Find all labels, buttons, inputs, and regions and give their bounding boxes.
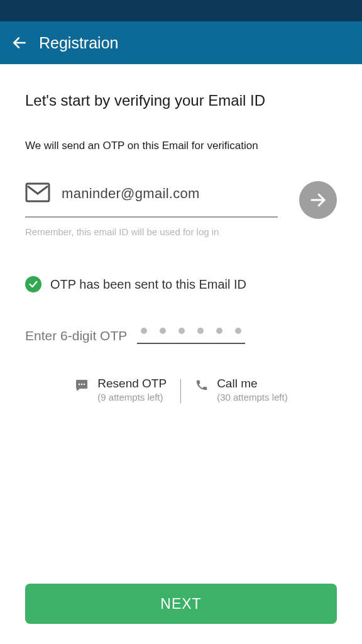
otp-row: Enter 6-digit OTP — [25, 328, 337, 344]
call-title: Call me — [217, 377, 288, 391]
otp-label: Enter 6-digit OTP — [25, 328, 127, 343]
subheading: We will send an OTP on this Email for ve… — [25, 140, 337, 152]
phone-icon — [195, 378, 209, 402]
email-input[interactable]: maninder@gmail.com — [25, 182, 278, 218]
header-bar: Registraion — [0, 21, 362, 64]
svg-point-4 — [81, 384, 83, 386]
resend-otp-button[interactable]: Resend OTP (9 attempts left) — [74, 377, 167, 402]
otp-status: OTP has been sent to this Email ID — [25, 276, 337, 292]
resend-title: Resend OTP — [97, 377, 167, 391]
bottom-bar: NEXT — [25, 584, 337, 624]
arrow-right-icon — [309, 191, 327, 209]
actions-row: Resend OTP (9 attempts left) Call me (30… — [25, 377, 337, 403]
back-arrow-icon[interactable] — [11, 35, 28, 51]
message-icon — [74, 378, 89, 402]
next-button[interactable]: NEXT — [25, 584, 337, 624]
otp-dot — [216, 328, 222, 334]
otp-input[interactable] — [137, 328, 245, 344]
page-title: Registraion — [39, 34, 118, 52]
otp-dot — [178, 328, 185, 334]
email-value: maninder@gmail.com — [62, 186, 200, 202]
otp-dot — [235, 328, 241, 334]
content: Let's start by verifying your Email ID W… — [0, 64, 362, 403]
email-row: maninder@gmail.com — [25, 181, 337, 219]
call-sub: (30 attempts left) — [217, 392, 288, 402]
otp-dot — [160, 328, 166, 334]
svg-point-5 — [84, 384, 85, 386]
check-circle-icon — [25, 276, 41, 292]
otp-dot — [141, 328, 147, 334]
svg-point-3 — [79, 384, 80, 386]
heading: Let's start by verifying your Email ID — [25, 92, 337, 109]
status-bar — [0, 0, 362, 21]
otp-dot — [197, 328, 204, 334]
status-text: OTP has been sent to this Email ID — [50, 277, 246, 292]
call-me-button[interactable]: Call me (30 attempts left) — [195, 377, 288, 402]
email-hint: Remember, this email ID will be used for… — [25, 226, 337, 237]
submit-email-button[interactable] — [299, 181, 337, 219]
svg-rect-1 — [26, 184, 49, 201]
divider — [180, 379, 181, 403]
mail-icon — [25, 182, 50, 205]
resend-sub: (9 attempts left) — [97, 392, 167, 402]
